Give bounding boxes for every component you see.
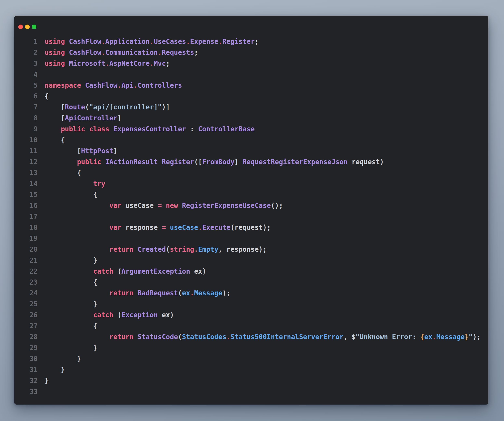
- token: }: [465, 333, 469, 341]
- code-text: {: [45, 278, 97, 286]
- code-line: 31 }: [14, 364, 488, 375]
- code-line: 23 {: [14, 277, 488, 288]
- code-line: 15 {: [14, 189, 488, 200]
- token: ex): [158, 311, 174, 319]
- token: Created: [138, 246, 166, 253]
- token: {: [45, 136, 65, 144]
- code-line: 16 var useCase = new RegisterExpenseUseC…: [14, 200, 488, 211]
- token: .: [218, 38, 222, 46]
- token: (: [178, 333, 182, 341]
- token: }: [45, 256, 97, 264]
- token: Mvc: [154, 59, 166, 67]
- token: (request);: [230, 223, 271, 231]
- token: );: [473, 333, 481, 341]
- code-text: public IActionResult Register([FromBody]…: [45, 158, 384, 166]
- token: var: [45, 223, 121, 231]
- token: .: [101, 48, 105, 56]
- window-controls: [18, 24, 36, 29]
- token: Exception: [121, 311, 158, 319]
- code-line: 9 public class ExpensesController : Cont…: [14, 124, 488, 134]
- token: return: [45, 289, 133, 297]
- token: (: [113, 311, 121, 319]
- window-titlebar: [14, 16, 488, 29]
- code-text: catch (ArgumentException ex): [45, 267, 206, 275]
- token: ]: [234, 158, 243, 166]
- token: ": [469, 333, 473, 341]
- token: :: [186, 125, 198, 133]
- code-text: }: [45, 344, 97, 352]
- code-line: 13 {: [14, 168, 488, 178]
- token: ex): [190, 267, 206, 275]
- zoom-icon[interactable]: [32, 24, 36, 29]
- token: (: [113, 267, 121, 275]
- token: }: [45, 377, 49, 385]
- token: BadRequest: [138, 289, 178, 297]
- token: ex: [424, 333, 432, 341]
- token: )]: [162, 103, 170, 111]
- token: Application: [105, 38, 150, 46]
- token: ]: [113, 147, 117, 155]
- token: ]: [117, 114, 121, 122]
- token: }: [45, 366, 65, 374]
- token: useCase: [170, 223, 198, 231]
- token: ;: [166, 59, 170, 67]
- token: try: [45, 180, 105, 188]
- token: [: [45, 147, 81, 155]
- line-number: 26: [14, 310, 45, 321]
- line-number: 18: [14, 222, 45, 233]
- token: {: [45, 92, 49, 100]
- token: [101, 158, 105, 166]
- code-text: namespace CashFlow.Api.Controllers: [45, 82, 182, 89]
- token: [: [45, 103, 65, 111]
- minimize-icon[interactable]: [25, 24, 30, 29]
- token: IActionResult: [105, 158, 158, 166]
- line-number: 8: [14, 113, 45, 124]
- token: ExpensesController: [113, 125, 186, 133]
- token: AspNetCore: [109, 59, 150, 67]
- code-line: 2using CashFlow.Communication.Requests;: [14, 47, 488, 58]
- token: Message: [436, 333, 465, 341]
- code-line: 32}: [14, 375, 488, 386]
- code-text: using CashFlow.Application.UseCases.Expe…: [45, 38, 259, 46]
- code-text: {: [45, 136, 65, 144]
- token: .: [198, 223, 202, 231]
- code-text: return StatusCode(StatusCodes.Status500I…: [45, 333, 481, 341]
- code-text: using CashFlow.Communication.Requests;: [45, 48, 198, 56]
- token: ;: [255, 38, 259, 46]
- token: }: [45, 355, 81, 363]
- close-icon[interactable]: [18, 24, 23, 29]
- token: [178, 202, 182, 210]
- token: {: [45, 191, 97, 199]
- token: {: [45, 322, 97, 330]
- token: Register: [162, 158, 194, 166]
- line-number: 31: [14, 364, 45, 375]
- code-line: 29 }: [14, 342, 488, 353]
- code-text: [Route("api/[controller]")]: [45, 103, 170, 111]
- token: catch: [45, 311, 113, 319]
- code-line: 3using Microsoft.AspNetCore.Mvc;: [14, 58, 488, 69]
- token: response: [121, 223, 162, 231]
- token: .: [105, 59, 109, 67]
- code-text: {: [45, 322, 97, 330]
- token: Microsoft: [69, 59, 105, 67]
- token: StatusCode: [138, 333, 178, 341]
- code-line: 11 [HttpPost]: [14, 146, 488, 157]
- token: catch: [45, 267, 113, 275]
- line-number: 13: [14, 168, 45, 178]
- line-number: 27: [14, 321, 45, 332]
- token: [65, 59, 69, 67]
- line-number: 10: [14, 134, 45, 146]
- token: using: [45, 48, 65, 56]
- code-line: 20 return Created(string.Empty, response…: [14, 244, 488, 255]
- token: Message: [194, 289, 222, 297]
- token: string: [170, 246, 194, 253]
- code-text: [ApiController]: [45, 114, 121, 122]
- line-number: 1: [14, 36, 45, 47]
- line-number: 7: [14, 102, 45, 113]
- token: StatusCodes: [182, 333, 227, 341]
- token: .: [158, 48, 162, 56]
- token: }: [45, 300, 97, 308]
- code-line: 18 var response = useCase.Execute(reques…: [14, 222, 488, 233]
- code-line: 26 catch (Exception ex): [14, 310, 488, 321]
- code-text: }: [45, 366, 65, 374]
